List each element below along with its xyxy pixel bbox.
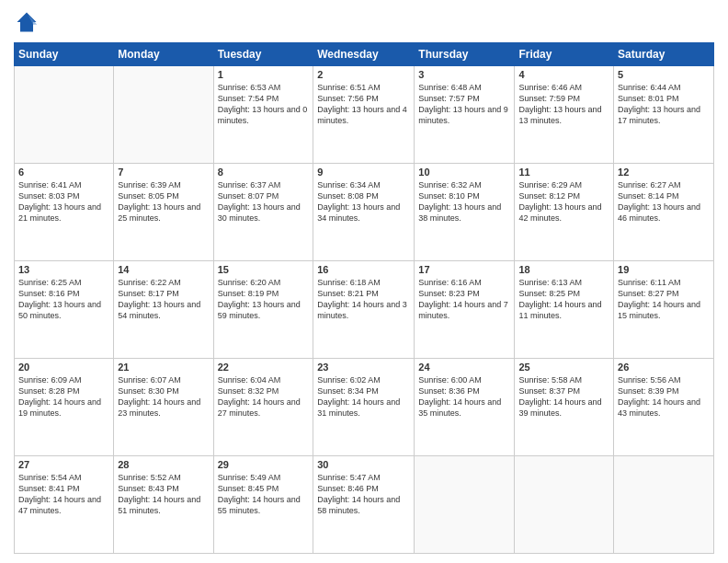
weekday-tuesday: Tuesday — [213, 43, 313, 66]
day-info: Sunrise: 6:11 AM Sunset: 8:27 PM Dayligh… — [618, 277, 710, 322]
day-number: 9 — [317, 167, 410, 178]
day-number: 10 — [418, 167, 510, 178]
day-info: Sunrise: 6:39 AM Sunset: 8:05 PM Dayligh… — [118, 179, 209, 224]
day-number: 16 — [317, 264, 410, 275]
day-cell — [515, 456, 614, 554]
day-number: 28 — [118, 459, 209, 470]
day-cell: 17Sunrise: 6:16 AM Sunset: 8:23 PM Dayli… — [415, 261, 515, 359]
day-number: 26 — [618, 362, 710, 373]
day-number: 1 — [218, 69, 310, 80]
day-cell — [614, 456, 714, 554]
day-number: 13 — [18, 264, 109, 275]
day-number: 29 — [218, 459, 310, 470]
weekday-friday: Friday — [515, 43, 614, 66]
day-cell: 28Sunrise: 5:52 AM Sunset: 8:43 PM Dayli… — [114, 456, 213, 554]
day-number: 7 — [118, 167, 209, 178]
day-number: 30 — [317, 459, 410, 470]
calendar-table: SundayMondayTuesdayWednesdayThursdayFrid… — [14, 42, 714, 554]
day-cell: 12Sunrise: 6:27 AM Sunset: 8:14 PM Dayli… — [614, 164, 714, 261]
day-number: 27 — [18, 459, 109, 470]
day-info: Sunrise: 6:09 AM Sunset: 8:28 PM Dayligh… — [18, 374, 109, 419]
day-cell: 29Sunrise: 5:49 AM Sunset: 8:45 PM Dayli… — [213, 456, 313, 554]
day-number: 20 — [18, 362, 109, 373]
day-number: 12 — [618, 167, 710, 178]
day-number: 24 — [418, 362, 510, 373]
day-cell: 16Sunrise: 6:18 AM Sunset: 8:21 PM Dayli… — [313, 261, 415, 359]
weekday-thursday: Thursday — [415, 43, 515, 66]
day-info: Sunrise: 6:44 AM Sunset: 8:01 PM Dayligh… — [618, 82, 710, 127]
day-cell: 26Sunrise: 5:56 AM Sunset: 8:39 PM Dayli… — [614, 359, 714, 456]
day-number: 15 — [218, 264, 310, 275]
page: SundayMondayTuesdayWednesdayThursdayFrid… — [0, 0, 728, 563]
day-cell — [114, 66, 213, 164]
day-number: 19 — [618, 264, 710, 275]
day-info: Sunrise: 5:54 AM Sunset: 8:41 PM Dayligh… — [18, 472, 109, 517]
day-cell: 4Sunrise: 6:46 AM Sunset: 7:59 PM Daylig… — [515, 66, 614, 164]
weekday-monday: Monday — [114, 43, 213, 66]
day-number: 5 — [618, 69, 710, 80]
weekday-saturday: Saturday — [614, 43, 714, 66]
day-cell: 1Sunrise: 6:53 AM Sunset: 7:54 PM Daylig… — [213, 66, 313, 164]
week-row-3: 13Sunrise: 6:25 AM Sunset: 8:16 PM Dayli… — [15, 261, 714, 359]
day-info: Sunrise: 6:46 AM Sunset: 7:59 PM Dayligh… — [518, 82, 609, 127]
day-cell: 5Sunrise: 6:44 AM Sunset: 8:01 PM Daylig… — [614, 66, 714, 164]
day-number: 23 — [317, 362, 410, 373]
day-number: 18 — [518, 264, 609, 275]
day-cell: 19Sunrise: 6:11 AM Sunset: 8:27 PM Dayli… — [614, 261, 714, 359]
day-cell — [15, 66, 114, 164]
day-info: Sunrise: 6:53 AM Sunset: 7:54 PM Dayligh… — [218, 82, 310, 127]
day-info: Sunrise: 6:29 AM Sunset: 8:12 PM Dayligh… — [518, 179, 609, 224]
day-info: Sunrise: 6:37 AM Sunset: 8:07 PM Dayligh… — [218, 179, 310, 224]
day-info: Sunrise: 6:02 AM Sunset: 8:34 PM Dayligh… — [317, 374, 410, 419]
week-row-5: 27Sunrise: 5:54 AM Sunset: 8:41 PM Dayli… — [15, 456, 714, 554]
day-number: 21 — [118, 362, 209, 373]
day-cell: 6Sunrise: 6:41 AM Sunset: 8:03 PM Daylig… — [15, 164, 114, 261]
day-info: Sunrise: 6:20 AM Sunset: 8:19 PM Dayligh… — [218, 277, 310, 322]
day-info: Sunrise: 5:58 AM Sunset: 8:37 PM Dayligh… — [518, 374, 609, 419]
day-number: 11 — [518, 167, 609, 178]
weekday-header-row: SundayMondayTuesdayWednesdayThursdayFrid… — [15, 43, 714, 66]
day-cell: 21Sunrise: 6:07 AM Sunset: 8:30 PM Dayli… — [114, 359, 213, 456]
day-cell: 14Sunrise: 6:22 AM Sunset: 8:17 PM Dayli… — [114, 261, 213, 359]
weekday-sunday: Sunday — [15, 43, 114, 66]
day-cell: 9Sunrise: 6:34 AM Sunset: 8:08 PM Daylig… — [313, 164, 415, 261]
day-number: 22 — [218, 362, 310, 373]
day-cell: 18Sunrise: 6:13 AM Sunset: 8:25 PM Dayli… — [515, 261, 614, 359]
day-info: Sunrise: 6:48 AM Sunset: 7:57 PM Dayligh… — [418, 82, 510, 127]
day-cell — [415, 456, 515, 554]
day-info: Sunrise: 6:13 AM Sunset: 8:25 PM Dayligh… — [518, 277, 609, 322]
day-info: Sunrise: 6:04 AM Sunset: 8:32 PM Dayligh… — [218, 374, 310, 419]
day-info: Sunrise: 6:22 AM Sunset: 8:17 PM Dayligh… — [118, 277, 209, 322]
day-info: Sunrise: 6:41 AM Sunset: 8:03 PM Dayligh… — [18, 179, 109, 224]
day-number: 14 — [118, 264, 209, 275]
day-info: Sunrise: 6:34 AM Sunset: 8:08 PM Dayligh… — [317, 179, 410, 224]
day-number: 2 — [317, 69, 410, 80]
week-row-4: 20Sunrise: 6:09 AM Sunset: 8:28 PM Dayli… — [15, 359, 714, 456]
week-row-2: 6Sunrise: 6:41 AM Sunset: 8:03 PM Daylig… — [15, 164, 714, 261]
day-cell: 11Sunrise: 6:29 AM Sunset: 8:12 PM Dayli… — [515, 164, 614, 261]
day-info: Sunrise: 5:47 AM Sunset: 8:46 PM Dayligh… — [317, 472, 410, 517]
day-cell: 20Sunrise: 6:09 AM Sunset: 8:28 PM Dayli… — [15, 359, 114, 456]
day-cell: 22Sunrise: 6:04 AM Sunset: 8:32 PM Dayli… — [213, 359, 313, 456]
day-number: 6 — [18, 167, 109, 178]
header — [14, 9, 714, 35]
day-number: 3 — [418, 69, 510, 80]
day-cell: 13Sunrise: 6:25 AM Sunset: 8:16 PM Dayli… — [15, 261, 114, 359]
day-info: Sunrise: 5:52 AM Sunset: 8:43 PM Dayligh… — [118, 472, 209, 517]
day-cell: 30Sunrise: 5:47 AM Sunset: 8:46 PM Dayli… — [313, 456, 415, 554]
day-cell: 2Sunrise: 6:51 AM Sunset: 7:56 PM Daylig… — [313, 66, 415, 164]
day-cell: 24Sunrise: 6:00 AM Sunset: 8:36 PM Dayli… — [415, 359, 515, 456]
week-row-1: 1Sunrise: 6:53 AM Sunset: 7:54 PM Daylig… — [15, 66, 714, 164]
day-info: Sunrise: 6:25 AM Sunset: 8:16 PM Dayligh… — [18, 277, 109, 322]
day-cell: 3Sunrise: 6:48 AM Sunset: 7:57 PM Daylig… — [415, 66, 515, 164]
logo-icon — [14, 9, 40, 35]
day-cell: 15Sunrise: 6:20 AM Sunset: 8:19 PM Dayli… — [213, 261, 313, 359]
day-cell: 25Sunrise: 5:58 AM Sunset: 8:37 PM Dayli… — [515, 359, 614, 456]
logo — [14, 9, 43, 35]
day-info: Sunrise: 6:00 AM Sunset: 8:36 PM Dayligh… — [418, 374, 510, 419]
day-info: Sunrise: 6:32 AM Sunset: 8:10 PM Dayligh… — [418, 179, 510, 224]
day-info: Sunrise: 6:18 AM Sunset: 8:21 PM Dayligh… — [317, 277, 410, 322]
day-cell: 8Sunrise: 6:37 AM Sunset: 8:07 PM Daylig… — [213, 164, 313, 261]
day-info: Sunrise: 6:07 AM Sunset: 8:30 PM Dayligh… — [118, 374, 209, 419]
day-info: Sunrise: 6:16 AM Sunset: 8:23 PM Dayligh… — [418, 277, 510, 322]
